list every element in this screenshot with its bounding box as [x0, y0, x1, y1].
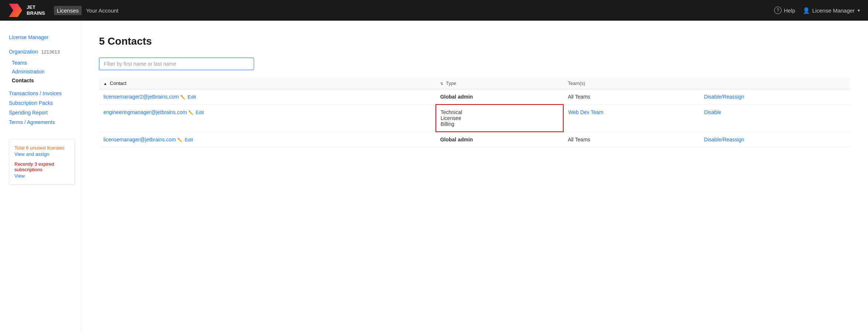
type-text-0-0: Global admin	[440, 94, 473, 100]
layout: License Manager Organization 1213613 Tea…	[0, 21, 868, 333]
user-label: License Manager	[812, 7, 855, 14]
help-icon: ?	[774, 7, 782, 14]
page-title: 5 Contacts	[99, 35, 850, 47]
type-text-1-2: Billing	[441, 121, 454, 127]
contact-cell-1: engineeringmanager@jetbrains.com ✏️Edit	[99, 104, 436, 132]
action-link-2[interactable]: Disable/Reassign	[704, 137, 744, 143]
view-assign-link[interactable]: View and assign	[14, 151, 69, 157]
sidebar-info-box: Total 6 unused licenses View and assign …	[9, 139, 75, 185]
nav-your-account[interactable]: Your Account	[83, 6, 122, 15]
header-right: ? Help 👤 License Manager ▼	[774, 7, 861, 14]
sidebar-item-teams[interactable]: Teams	[9, 58, 81, 67]
sidebar-org-section: Organization 1213613 Teams Administratio…	[9, 49, 81, 85]
sidebar-item-spending-report[interactable]: Spending Report	[9, 108, 81, 117]
action-link-1[interactable]: Disable	[704, 109, 721, 115]
action-cell-0[interactable]: Disable/Reassign	[700, 89, 850, 105]
sidebar-org: Organization 1213613	[9, 49, 81, 55]
col-action	[700, 78, 850, 89]
help-button[interactable]: ? Help	[774, 7, 795, 14]
header: JETBRAINS Licenses Your Account ? Help 👤…	[0, 0, 868, 21]
header-left: JETBRAINS Licenses Your Account	[7, 2, 122, 18]
col-contact[interactable]: ▲ Contact	[99, 78, 436, 89]
sort-arrow-icon: ▲	[103, 82, 107, 86]
table-header-row: ▲ Contact ⇅ Type Team(s)	[99, 78, 850, 89]
col-teams: Team(s)	[563, 78, 700, 89]
col-type-label: Type	[446, 80, 456, 86]
type-cell-0: Global admin	[436, 89, 564, 105]
contact-email-2[interactable]: licensemanager@jetbrains.com	[103, 137, 176, 143]
type-cell-2: Global admin	[436, 132, 564, 147]
sidebar-item-contacts[interactable]: Contacts	[9, 76, 81, 85]
edit-link-0[interactable]: Edit	[188, 94, 196, 100]
type-text-2-0: Global admin	[440, 137, 473, 143]
col-contact-label: Contact	[110, 80, 127, 86]
edit-link-2[interactable]: Edit	[185, 137, 193, 143]
view-expired-link[interactable]: View	[14, 173, 69, 179]
sidebar-item-subscription-packs[interactable]: Subscription Packs	[9, 98, 81, 108]
chevron-down-icon: ▼	[857, 8, 861, 13]
edit-link-1[interactable]: Edit	[196, 110, 204, 115]
sidebar-links: Transactions / Invoices Subscription Pac…	[9, 89, 81, 127]
action-cell-1[interactable]: Disable	[700, 104, 850, 132]
teams-cell-0: All Teams	[563, 89, 700, 105]
sort-icon-type: ⇅	[440, 82, 443, 86]
sidebar-org-label: Organization	[9, 49, 38, 55]
jetbrains-text: JETBRAINS	[27, 4, 45, 16]
action-link-0[interactable]: Disable/Reassign	[704, 94, 744, 100]
action-cell-2[interactable]: Disable/Reassign	[700, 132, 850, 147]
type-text-1-1: Licensee	[441, 115, 461, 121]
jetbrains-logo-icon	[7, 2, 24, 18]
contact-email-0[interactable]: licensemanager2@jetbrains.com	[103, 94, 179, 100]
filter-input[interactable]	[99, 58, 254, 70]
contact-cell-0: licensemanager2@jetbrains.com ✏️Edit	[99, 89, 436, 105]
teams-cell-2: All Teams	[563, 132, 700, 147]
user-menu-button[interactable]: 👤 License Manager ▼	[803, 7, 861, 14]
contacts-table: ▲ Contact ⇅ Type Team(s) licensemanager2…	[99, 78, 850, 147]
team-link-1[interactable]: Web Dev Team	[568, 109, 603, 115]
type-text-1-0: Technical	[441, 109, 462, 115]
unused-licenses-label: Total 6 unused licenses	[14, 145, 69, 151]
expired-subscriptions-label: Recently 3 expiredsubscriptions	[14, 161, 69, 172]
teams-cell-1[interactable]: Web Dev Team	[563, 104, 700, 132]
sidebar: License Manager Organization 1213613 Tea…	[0, 21, 81, 333]
col-teams-label: Team(s)	[568, 80, 585, 86]
table-row: engineeringmanager@jetbrains.com ✏️EditT…	[99, 104, 850, 132]
main-content: 5 Contacts ▲ Contact ⇅ Type Team(s)	[81, 21, 868, 333]
main-nav: Licenses Your Account	[54, 7, 122, 14]
person-icon: 👤	[803, 7, 810, 14]
contact-cell-2: licensemanager@jetbrains.com ✏️Edit	[99, 132, 436, 147]
sidebar-license-manager[interactable]: License Manager	[9, 32, 81, 42]
sidebar-item-administration[interactable]: Administration	[9, 67, 81, 76]
table-row: licensemanager@jetbrains.com ✏️EditGloba…	[99, 132, 850, 147]
type-cell-1: TechnicalLicenseeBilling	[436, 104, 564, 132]
sidebar-org-id: 1213613	[41, 49, 60, 55]
sidebar-item-transactions[interactable]: Transactions / Invoices	[9, 89, 81, 98]
col-type: ⇅ Type	[436, 78, 564, 89]
contact-email-1[interactable]: engineeringmanager@jetbrains.com	[103, 109, 187, 115]
logo: JETBRAINS	[7, 2, 45, 18]
sidebar-item-terms[interactable]: Terms / Agreements	[9, 117, 81, 127]
nav-licenses[interactable]: Licenses	[54, 6, 82, 15]
help-label: Help	[784, 7, 795, 14]
table-row: licensemanager2@jetbrains.com ✏️EditGlob…	[99, 89, 850, 105]
